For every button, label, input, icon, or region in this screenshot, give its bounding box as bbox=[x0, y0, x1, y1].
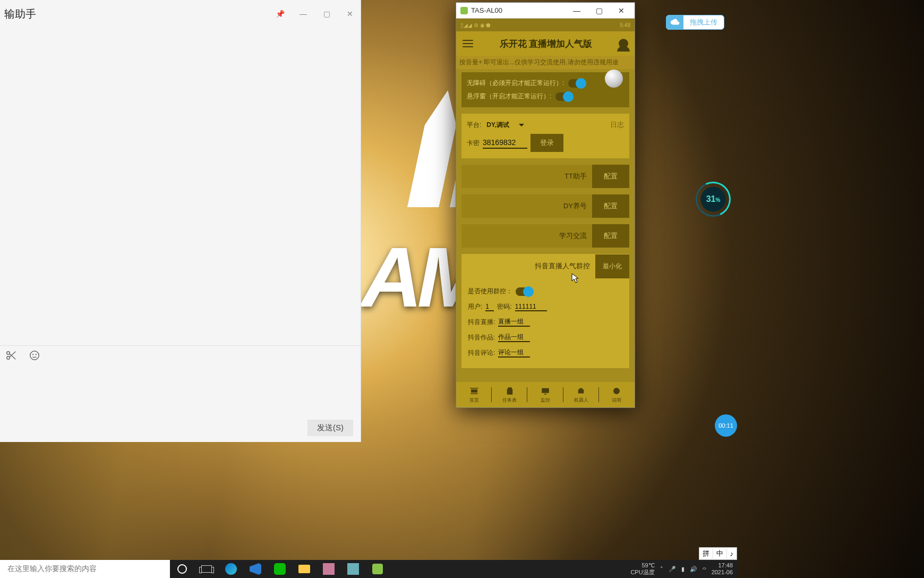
ime-bar[interactable]: 拼 中 ♪ bbox=[699, 547, 738, 560]
use-group-label: 是否使用群控： bbox=[468, 287, 512, 296]
dy-live-label: 抖音直播: bbox=[468, 318, 495, 327]
nav-tab-task[interactable]: 任务表 bbox=[492, 382, 527, 407]
emu-maximize-icon[interactable]: ▢ bbox=[588, 3, 610, 18]
android-emulator-icon[interactable] bbox=[365, 560, 390, 578]
vscode-icon[interactable] bbox=[243, 560, 268, 578]
pin-icon[interactable]: 📌 bbox=[272, 10, 287, 18]
dy-works-label: 抖音作品: bbox=[468, 333, 495, 342]
mouse-cursor-icon bbox=[571, 273, 579, 284]
emu-minimize-icon[interactable]: — bbox=[566, 3, 588, 18]
nav-tab-monitor[interactable]: 监控 bbox=[527, 382, 563, 407]
wechat-icon[interactable] bbox=[268, 560, 292, 578]
app-title: 乐开花 直播增加人气版 bbox=[500, 38, 593, 50]
card-input[interactable] bbox=[483, 137, 527, 149]
dy-live-input[interactable] bbox=[498, 318, 530, 327]
pass-label: 密码: bbox=[497, 302, 511, 311]
tray-chevron-icon[interactable]: ˄ bbox=[660, 566, 663, 573]
tray-wifi-icon[interactable]: ⌔ bbox=[703, 566, 706, 572]
record-timer[interactable]: 00:11 bbox=[715, 414, 737, 437]
send-button[interactable]: 发送(S) bbox=[307, 420, 353, 436]
taskbar: 在这里输入你要搜索的内容 59℃ CPU温度 ˄ 🎤 ▮ 🔊 ⌔ 17:48 2… bbox=[0, 560, 737, 578]
cortana-icon[interactable] bbox=[170, 560, 194, 578]
tray-mic-icon[interactable]: 🎤 bbox=[669, 566, 676, 573]
use-group-toggle[interactable] bbox=[516, 287, 533, 296]
chat-title: 输助手 bbox=[4, 7, 36, 21]
marquee-text: 按音量+ 即可退出...仅供学习交流使用,请勿使用违规用途 bbox=[456, 56, 635, 69]
taskview-icon[interactable] bbox=[194, 560, 219, 578]
record-time: 00:11 bbox=[718, 422, 733, 429]
accessibility-toggle[interactable] bbox=[568, 79, 585, 88]
app-icon-1[interactable] bbox=[316, 560, 341, 578]
login-button[interactable]: 登录 bbox=[531, 134, 563, 152]
system-tray[interactable]: 59℃ CPU温度 ˄ 🎤 ▮ 🔊 ⌔ 17:48 2021-06 bbox=[626, 560, 737, 578]
config-row-dy: DY养号 配置 bbox=[461, 194, 629, 218]
chat-titlebar[interactable]: 输助手 📌 — ▢ ✕ bbox=[0, 0, 361, 28]
upload-button[interactable]: 拖拽上传 bbox=[666, 15, 724, 30]
config-label: DY养号 bbox=[468, 201, 592, 211]
chat-input[interactable] bbox=[0, 367, 361, 418]
nav-tab-robot[interactable]: 机器人 bbox=[563, 382, 599, 407]
pass-input[interactable] bbox=[515, 303, 547, 311]
config-row-study: 学习交流 配置 bbox=[461, 224, 629, 248]
config-button[interactable]: 配置 bbox=[592, 194, 629, 218]
user-input[interactable] bbox=[485, 303, 494, 311]
chat-window: 输助手 📌 — ▢ ✕ 发送(S) bbox=[0, 0, 361, 442]
chevron-down-icon bbox=[519, 124, 524, 129]
scissors-icon[interactable] bbox=[5, 350, 17, 363]
assistive-touch-icon[interactable] bbox=[605, 70, 623, 88]
search-placeholder: 在这里输入你要搜索的内容 bbox=[7, 564, 97, 574]
tray-volume-icon[interactable]: 🔊 bbox=[690, 566, 697, 573]
hamburger-icon[interactable] bbox=[463, 40, 473, 47]
nav-tab-help[interactable]: 说明 bbox=[599, 382, 635, 407]
config-label: TT助手 bbox=[468, 172, 592, 181]
user-label: 用户: bbox=[468, 302, 482, 311]
tray-clock[interactable]: 17:48 2021-06 bbox=[712, 562, 733, 575]
platform-value: DY,调试 bbox=[486, 121, 509, 130]
taskbar-search[interactable]: 在这里输入你要搜索的内容 bbox=[0, 560, 170, 578]
app-header: 乐开花 直播增加人气版 bbox=[456, 31, 635, 56]
signal-icons: ▯◢◢ ⚙ ◉ ⬟ bbox=[460, 22, 491, 28]
maximize-icon[interactable]: ▢ bbox=[319, 10, 334, 18]
config-button[interactable]: 配置 bbox=[592, 165, 629, 188]
float-toggle-label: 悬浮窗（开启才能正常运行）: bbox=[467, 92, 551, 101]
svg-point-3 bbox=[33, 354, 33, 354]
emoji-icon[interactable] bbox=[29, 350, 40, 363]
minimize-icon[interactable]: — bbox=[296, 10, 311, 18]
bottom-nav: 首页 任务表 监控 机器人 说明 bbox=[456, 382, 635, 407]
nav-tab-home[interactable]: 首页 bbox=[456, 382, 492, 407]
cpu-temp[interactable]: 59℃ CPU温度 bbox=[630, 562, 654, 575]
android-statusbar: ▯◢◢ ⚙ ◉ ⬟ 5:48 bbox=[456, 19, 635, 31]
dy-comment-label: 抖音评论: bbox=[468, 348, 495, 358]
accessibility-toggle-label: 无障碍（必须开启才能正常运行）: bbox=[467, 79, 564, 88]
login-panel: 平台: DY,调试 日志 卡密 登录 bbox=[461, 114, 629, 158]
emu-close-icon[interactable]: ✕ bbox=[610, 3, 632, 18]
chat-message-area[interactable] bbox=[0, 28, 361, 345]
svg-point-4 bbox=[36, 354, 36, 354]
config-button[interactable]: 配置 bbox=[592, 224, 629, 248]
explorer-icon[interactable] bbox=[292, 560, 316, 578]
emulator-title: TAS-AL00 bbox=[471, 6, 502, 14]
music-icon[interactable]: ♪ bbox=[727, 550, 737, 558]
tray-battery-icon[interactable]: ▮ bbox=[681, 566, 685, 573]
platform-select[interactable]: DY,调试 bbox=[486, 121, 524, 130]
emulator-titlebar[interactable]: TAS-AL00 — ▢ ✕ bbox=[456, 3, 635, 19]
log-link[interactable]: 日志 bbox=[610, 120, 624, 130]
app-icon-2[interactable] bbox=[341, 560, 365, 578]
cloud-icon bbox=[666, 15, 683, 29]
ime-lang[interactable]: 中 bbox=[713, 549, 727, 558]
group-control-panel: 抖音直播人气群控 最小化 是否使用群控： 用户: 密码: 抖音直播: 抖音作品: bbox=[461, 254, 629, 368]
dy-comment-input[interactable] bbox=[498, 349, 530, 358]
ime-mode[interactable]: 拼 bbox=[699, 549, 713, 558]
close-icon[interactable]: ✕ bbox=[343, 10, 357, 18]
emulator-screen: ▯◢◢ ⚙ ◉ ⬟ 5:48 乐开花 直播增加人气版 按音量+ 即可退出...仅… bbox=[456, 19, 635, 407]
user-icon[interactable] bbox=[619, 39, 628, 48]
emulator-window: TAS-AL00 — ▢ ✕ ▯◢◢ ⚙ ◉ ⬟ 5:48 乐开花 直播增加人气… bbox=[456, 2, 635, 408]
float-toggle[interactable] bbox=[555, 92, 572, 101]
minimize-button[interactable]: 最小化 bbox=[595, 254, 629, 278]
dy-works-input[interactable] bbox=[498, 334, 530, 342]
config-label: 学习交流 bbox=[468, 231, 592, 241]
edge-icon[interactable] bbox=[219, 560, 243, 578]
card-label: 卡密 bbox=[467, 139, 480, 148]
cpu-gauge[interactable]: 31% bbox=[696, 182, 731, 217]
svg-point-2 bbox=[30, 351, 39, 360]
